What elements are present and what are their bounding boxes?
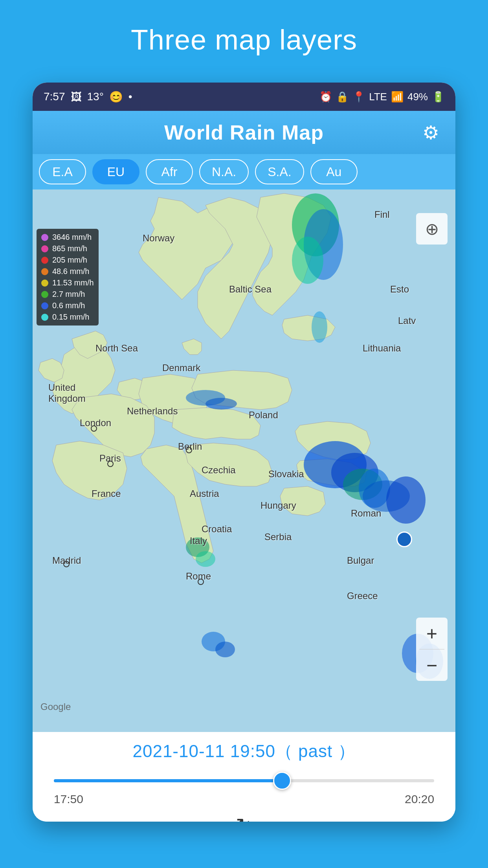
paris-dot (107, 461, 114, 467)
status-left: 7:57 🖼 13° 😊 • (44, 90, 132, 103)
phone-frame: 7:57 🖼 13° 😊 • ⏰ 🔒 📍 LTE 📶 49% 🔋 World R… (33, 83, 455, 822)
legend-label-7: 0.6 mm/h (52, 301, 85, 310)
status-time: 7:57 (44, 90, 65, 103)
svg-point-6 (312, 311, 327, 343)
tab-afr[interactable]: Afr (146, 159, 193, 184)
status-signal-bars: 📶 (391, 91, 404, 103)
tab-au[interactable]: Au (310, 159, 358, 184)
crosshair-icon: ⊕ (425, 219, 439, 239)
svg-point-3 (292, 237, 323, 284)
next-button[interactable]: › (299, 810, 330, 822)
tab-bar: E.A EU Afr N.A. S.A. Au (33, 154, 455, 189)
prev-button[interactable]: ‹ (158, 810, 189, 822)
status-bar: 7:57 🖼 13° 😊 • ⏰ 🔒 📍 LTE 📶 49% 🔋 (33, 83, 455, 111)
legend-item-1: 3646 mm/h (41, 233, 94, 242)
status-right: ⏰ 🔒 📍 LTE 📶 49% 🔋 (319, 91, 444, 103)
location-button[interactable]: ⊕ (416, 213, 448, 245)
map-area[interactable]: Norway Baltic Sea Esto Latv Lithuania No… (33, 189, 455, 732)
time-labels: 17:50 20:20 (54, 793, 434, 806)
status-location-icon: 📍 (352, 91, 365, 103)
svg-point-14 (196, 551, 215, 567)
legend-label-1: 3646 mm/h (52, 233, 92, 242)
status-battery: 49% (407, 91, 428, 103)
legend-item-4: 48.6 mm/h (41, 267, 94, 276)
legend-item-3: 205 mm/h (41, 256, 94, 265)
legend-label-2: 865 mm/h (52, 244, 87, 253)
legend-item-8: 0.15 mm/h (41, 313, 94, 322)
nav-buttons: ‹ ↻ › (158, 810, 330, 822)
rain-legend: 3646 mm/h 865 mm/h 205 mm/h 48.6 mm/h 11… (37, 229, 99, 326)
legend-label-6: 2.7 mm/h (52, 290, 85, 299)
legend-label-8: 0.15 mm/h (52, 313, 89, 322)
page-title: Three map layers (0, 0, 488, 75)
svg-point-16 (215, 642, 235, 657)
legend-dot-8 (41, 314, 48, 321)
tab-sa[interactable]: S.A. (255, 159, 304, 184)
app-header: World Rain Map ⚙ (33, 111, 455, 154)
legend-dot-7 (41, 302, 48, 309)
london-dot (91, 425, 97, 432)
legend-item-5: 11.53 mm/h (41, 278, 94, 287)
madrid-dot (63, 561, 70, 567)
time-start-label: 17:50 (54, 793, 83, 806)
zoom-controls: + − (416, 618, 448, 681)
tab-eu[interactable]: EU (92, 159, 139, 184)
timestamp-display: 2021-10-11 19:50（ past ） (132, 740, 355, 763)
google-attribution: Google (40, 701, 71, 712)
zoom-in-button[interactable]: + (416, 618, 448, 649)
legend-dot-6 (41, 291, 48, 298)
status-emoji-icon: 😊 (109, 90, 123, 103)
legend-dot-3 (41, 257, 48, 264)
settings-button[interactable]: ⚙ (417, 119, 444, 146)
tab-na[interactable]: N.A. (199, 159, 249, 184)
refresh-icon: ↻ (236, 814, 252, 822)
status-lock-icon: 🔒 (336, 91, 349, 103)
legend-dot-1 (41, 234, 48, 241)
app-title: World Rain Map (164, 121, 324, 144)
rome-dot (198, 579, 204, 585)
time-end-label: 20:20 (405, 793, 434, 806)
user-location-dot (396, 531, 412, 547)
status-dot: • (128, 90, 132, 103)
legend-item-7: 0.6 mm/h (41, 301, 94, 310)
legend-dot-2 (41, 245, 48, 252)
legend-item-6: 2.7 mm/h (41, 290, 94, 299)
gear-icon: ⚙ (422, 121, 439, 143)
refresh-button[interactable]: ↻ (228, 810, 260, 822)
svg-point-5 (205, 398, 237, 410)
status-photo-icon: 🖼 (71, 90, 82, 103)
bottom-bar: 2021-10-11 19:50（ past ） 17:50 20:20 ‹ ↻… (33, 732, 455, 822)
status-temp: 13° (87, 90, 104, 103)
status-alarm-icon: ⏰ (319, 91, 332, 103)
next-icon: › (312, 814, 318, 822)
legend-label-4: 48.6 mm/h (52, 267, 89, 276)
prev-icon: ‹ (170, 814, 177, 822)
time-slider-container (54, 771, 434, 791)
berlin-dot (186, 447, 192, 453)
legend-dot-4 (41, 268, 48, 275)
legend-dot-5 (41, 280, 48, 287)
svg-point-12 (386, 476, 426, 524)
zoom-out-button[interactable]: − (416, 649, 448, 681)
status-lte: LTE (369, 91, 387, 103)
tab-ea[interactable]: E.A (39, 159, 86, 184)
legend-label-5: 11.53 mm/h (52, 278, 94, 287)
status-battery-icon: 🔋 (432, 91, 444, 103)
legend-item-2: 865 mm/h (41, 244, 94, 253)
legend-label-3: 205 mm/h (52, 256, 87, 265)
